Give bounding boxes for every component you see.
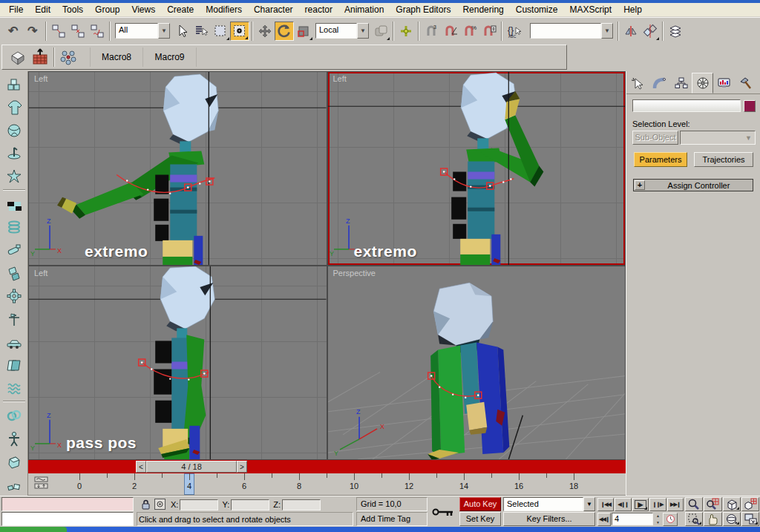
key-filters-button[interactable]: Key Filters... [503,512,595,526]
object-name-field[interactable] [632,99,741,112]
add-time-tag-button[interactable]: Add Time Tag [356,512,428,526]
select-by-name-button[interactable] [191,22,211,41]
sidebar-cube-icon[interactable] [3,450,25,472]
chevron-down-icon[interactable]: ▼ [583,497,595,511]
maxscript-mini-listener-white[interactable] [1,512,134,526]
named-sets-button[interactable]: {}ABC [505,22,524,41]
panel-tab-display[interactable] [713,73,735,93]
time-slider[interactable]: 4 / 18 [146,461,237,473]
key-filter-scope-dropdown[interactable]: Selected ▼ [503,497,595,511]
time-slider-track[interactable]: < 4 / 18 > [28,460,626,473]
auto-key-button[interactable]: Auto Key [459,497,501,511]
sidebar-gear-icon[interactable] [3,285,25,306]
snap-button[interactable]: 3 [422,22,441,41]
key-mode-toggle-button[interactable]: ◀◀❙ [597,513,611,526]
percent-snap-button[interactable]: % [460,22,479,41]
viewport-label[interactable]: Perspective [333,269,376,278]
sidebar-shirt-icon[interactable] [3,96,25,118]
sub-object-button[interactable]: Sub-Object [632,131,678,145]
sidebar-figure-icon[interactable] [3,427,25,449]
panel-tab-motion[interactable] [692,73,713,93]
sidebar-pin-icon[interactable] [3,142,25,164]
coordinate-system-dropdown[interactable]: Local▼ [315,23,369,39]
set-keys-button[interactable] [429,496,459,527]
previous-frame-button[interactable]: ◀❙❙ [615,498,631,511]
panel-tab-modify[interactable] [649,73,670,93]
menu-customize[interactable]: Customize [510,3,564,16]
sidebar-capsule-icon[interactable] [3,239,25,260]
manipulate-button[interactable] [396,22,416,41]
go-to-start-button[interactable]: ❙◀◀ [597,498,614,511]
mirror-button[interactable] [621,22,641,41]
viewport-label[interactable]: Left [333,74,347,83]
viewport-top-right[interactable]: Z Y X Left extremo [328,72,626,265]
time-slider-prev-button[interactable]: < [136,461,146,473]
menu-help[interactable]: Help [618,3,648,16]
rotate-button[interactable] [275,22,294,41]
menu-views[interactable]: Views [125,3,161,16]
tab-macro9[interactable]: Macro9 [143,47,197,67]
character-extremo-raised[interactable] [451,73,543,265]
pan-button[interactable] [704,512,721,526]
menu-character[interactable]: Character [248,3,299,16]
schematic-view-icon[interactable] [57,47,79,68]
object-color-swatch[interactable] [744,100,756,112]
redo-button[interactable]: ↷ [24,22,43,41]
sub-object-dropdown[interactable]: ▼ [680,131,756,145]
panel-tab-utilities[interactable] [735,73,756,93]
x-coordinate-field[interactable] [180,499,218,510]
menu-file[interactable]: File [3,3,29,16]
zoom-extents-button[interactable] [723,497,741,511]
tab-macro8[interactable]: Macro8 [90,47,143,67]
sidebar-shards-icon[interactable] [3,262,25,283]
min-max-button[interactable] [741,512,759,526]
menu-maxscript[interactable]: MAXScript [563,3,618,16]
select-button[interactable] [172,22,191,41]
spinner-snap-button[interactable] [479,22,499,41]
expand-icon[interactable]: + [635,180,645,190]
z-coordinate-field[interactable] [282,499,321,510]
character-pass-pos[interactable] [154,266,214,459]
sidebar-waves-icon[interactable] [3,377,25,398]
link-button[interactable] [49,22,68,41]
arc-rotate-button[interactable] [723,512,741,526]
selection-lock-icon[interactable] [140,498,152,512]
sidebar-checker-icon[interactable] [3,193,25,214]
sidebar-knot-icon[interactable] [3,404,25,426]
play-button[interactable]: ▶ [632,498,649,511]
parameters-tab[interactable]: Parameters [634,152,687,167]
sidebar-car-icon[interactable] [3,331,25,352]
viewport-label[interactable]: Left [34,74,48,83]
absolute-mode-icon[interactable] [154,498,167,512]
region-zoom-button[interactable] [685,512,703,526]
zoom-extents-all-button[interactable] [741,497,759,511]
undo-button[interactable]: ↶ [4,22,24,41]
align-button[interactable] [641,22,660,41]
menu-create[interactable]: Create [161,3,200,16]
sidebar-pages-icon[interactable] [3,354,25,375]
scale-button[interactable] [294,22,313,41]
menu-edit[interactable]: Edit [29,3,56,16]
start-button-edge[interactable] [0,527,67,532]
menu-modifiers[interactable]: Modifiers [200,3,248,16]
menu-animation[interactable]: Animation [338,3,390,16]
region-button[interactable] [211,22,230,41]
viewport-bottom-left[interactable]: Z Y X Left pass pos [29,266,327,459]
sidebar-vane-icon[interactable] [3,308,25,329]
chevron-down-icon[interactable]: ▼ [357,23,369,39]
named-selection-dropdown[interactable]: ▼ [530,23,613,39]
zoom-all-button[interactable] [704,497,721,511]
frame-spinner[interactable]: ▲▼ [654,513,662,525]
zoom-button[interactable] [685,497,703,511]
set-key-button[interactable]: Set Key [459,512,501,526]
sidebar-ball-icon[interactable] [3,119,25,141]
sidebar-spring-icon[interactable] [3,216,25,237]
grid-arrow-icon[interactable] [29,47,51,68]
y-coordinate-field[interactable] [231,499,269,510]
current-frame-field[interactable]: 4 [612,513,653,525]
time-configuration-button[interactable] [663,513,678,526]
max-box-icon[interactable] [7,47,29,68]
assign-controller-rollout[interactable]: + Assign Controller [633,179,753,191]
layers-button[interactable] [666,22,685,41]
menu-rendering[interactable]: Rendering [456,3,509,16]
